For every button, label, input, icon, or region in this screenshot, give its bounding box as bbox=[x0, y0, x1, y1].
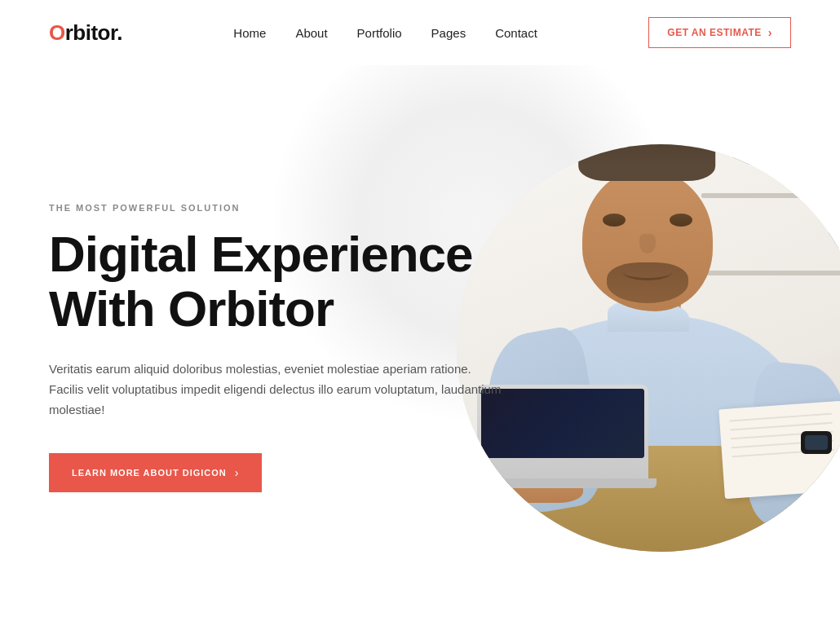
arrow-right-icon: › bbox=[235, 466, 240, 479]
notebook-line-2 bbox=[730, 421, 833, 430]
right-eye bbox=[670, 214, 692, 227]
hero-title-line2: With Orbitor bbox=[49, 280, 334, 337]
watch-face bbox=[805, 435, 828, 450]
logo-letter-o: O bbox=[49, 20, 65, 46]
laptop-screen bbox=[481, 389, 644, 458]
hero-content: THE MOST POWERFUL SOLUTION Digital Exper… bbox=[0, 203, 506, 491]
person-head bbox=[582, 169, 713, 311]
site-header: Orbitor. Home About Portfolio Pages Cont… bbox=[0, 0, 840, 65]
shelf-front-1 bbox=[701, 193, 840, 198]
shelf-front-2 bbox=[701, 271, 840, 275]
hero-section: THE MOST POWERFUL SOLUTION Digital Exper… bbox=[0, 65, 840, 630]
hero-description: Veritatis earum aliquid doloribus molest… bbox=[49, 359, 506, 420]
nav-item-portfolio[interactable]: Portfolio bbox=[357, 26, 402, 40]
laptop-screen-content bbox=[481, 389, 644, 458]
person-beard bbox=[607, 262, 688, 303]
person-nose bbox=[639, 234, 656, 253]
get-estimate-label: GET AN ESTIMATE bbox=[667, 27, 762, 38]
chevron-right-icon: › bbox=[768, 26, 772, 39]
person-hair bbox=[578, 144, 715, 181]
main-nav: Home About Portfolio Pages Contact bbox=[233, 26, 537, 40]
site-logo[interactable]: Orbitor. bbox=[49, 20, 122, 46]
hero-cta-label: LEARN MORE ABOUT DIGICON bbox=[72, 468, 227, 478]
left-eye bbox=[603, 214, 626, 227]
hero-title: Digital Experience With Orbitor bbox=[49, 227, 506, 337]
get-estimate-button[interactable]: GET AN ESTIMATE › bbox=[648, 17, 791, 48]
nav-item-about[interactable]: About bbox=[295, 26, 327, 40]
hero-tagline: THE MOST POWERFUL SOLUTION bbox=[49, 203, 506, 213]
watch-decoration bbox=[801, 431, 832, 454]
hero-person-image bbox=[457, 144, 840, 552]
notebook-line-1 bbox=[729, 412, 832, 421]
logo-text: rbitor. bbox=[65, 20, 122, 46]
nav-item-home[interactable]: Home bbox=[233, 26, 266, 40]
hero-title-line1: Digital Experience bbox=[49, 226, 473, 282]
nav-item-contact[interactable]: Contact bbox=[495, 26, 537, 40]
hero-cta-button[interactable]: LEARN MORE ABOUT DIGICON › bbox=[49, 453, 262, 492]
nav-item-pages[interactable]: Pages bbox=[431, 26, 466, 40]
